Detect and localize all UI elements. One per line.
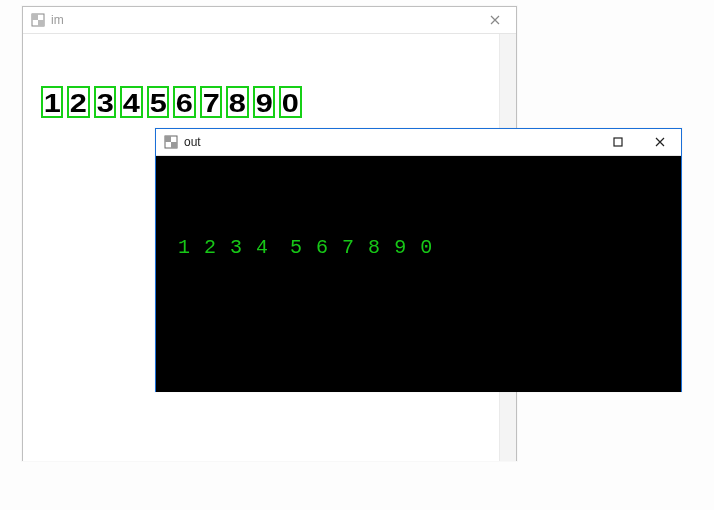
window-controls xyxy=(597,129,681,155)
digit-box: 7 xyxy=(200,86,222,118)
digit-box: 4 xyxy=(120,86,142,118)
digit-char: 6 xyxy=(176,88,193,118)
digit-char: 7 xyxy=(342,236,354,259)
app-icon xyxy=(164,135,178,149)
digit-char: 9 xyxy=(394,236,406,259)
digit-box: 9 xyxy=(253,86,275,118)
desktop: im 1 2 3 4 5 6 7 8 9 0 xyxy=(0,0,714,510)
digit-box: 1 xyxy=(41,86,63,118)
window-controls xyxy=(474,7,516,33)
digit-char: 4 xyxy=(123,88,140,118)
digit-box: 5 xyxy=(147,86,169,118)
digit-char: 5 xyxy=(290,236,302,259)
app-icon xyxy=(31,13,45,27)
digit-char: 7 xyxy=(203,88,220,118)
svg-rect-2 xyxy=(38,20,44,26)
digit-char: 9 xyxy=(255,88,272,118)
digit-char: 1 xyxy=(44,88,61,118)
svg-rect-5 xyxy=(171,142,177,148)
digit-char: 6 xyxy=(316,236,328,259)
digit-char: 4 xyxy=(256,236,268,259)
window-title: out xyxy=(184,135,201,149)
digit-box: 6 xyxy=(173,86,195,118)
maximize-button[interactable] xyxy=(597,129,639,155)
digit-char: 3 xyxy=(97,88,114,118)
digit-char: 5 xyxy=(150,88,167,118)
digit-char: 1 xyxy=(178,236,190,259)
window-out: out 1 2 3 4 5 6 7 8 9 0 xyxy=(155,128,682,392)
digit-char: 2 xyxy=(70,88,87,118)
digit-box: 0 xyxy=(279,86,301,118)
digit-char: 2 xyxy=(204,236,216,259)
titlebar-out[interactable]: out xyxy=(156,129,681,156)
svg-rect-4 xyxy=(165,136,171,142)
window-title: im xyxy=(51,13,64,27)
digit-box: 8 xyxy=(226,86,248,118)
digit-box: 2 xyxy=(67,86,89,118)
digit-box: 3 xyxy=(94,86,116,118)
digit-char: 8 xyxy=(368,236,380,259)
digit-char: 0 xyxy=(420,236,432,259)
svg-rect-6 xyxy=(614,138,622,146)
digit-char: 3 xyxy=(230,236,242,259)
titlebar-im[interactable]: im xyxy=(23,7,516,34)
client-area-out: 1 2 3 4 5 6 7 8 9 0 xyxy=(156,156,681,392)
digit-char: 0 xyxy=(282,88,299,118)
svg-rect-1 xyxy=(32,14,38,20)
output-digits-row: 1 2 3 4 5 6 7 8 9 0 xyxy=(178,236,432,259)
detected-digits-row: 1 2 3 4 5 6 7 8 9 0 xyxy=(41,86,302,118)
close-button[interactable] xyxy=(639,129,681,155)
digit-char: 8 xyxy=(229,88,246,118)
close-button[interactable] xyxy=(474,7,516,33)
